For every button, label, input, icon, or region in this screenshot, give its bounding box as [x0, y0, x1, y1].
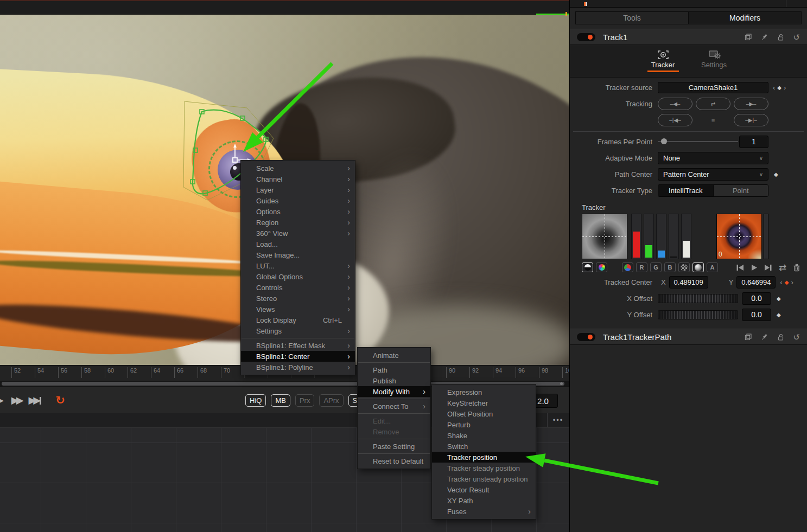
menu-item[interactable]: Lock Display Ctrl+L › [241, 315, 355, 325]
menu-item[interactable]: Channel › [241, 174, 355, 184]
mb-button[interactable]: MB [271, 394, 290, 407]
menu-item[interactable]: Load... › [241, 239, 355, 249]
menu-item[interactable]: Scale › [241, 163, 355, 174]
frames-per-point-slider[interactable] [658, 136, 738, 148]
menu-item[interactable]: LUT... › [241, 260, 355, 271]
next-keyframe-icon[interactable]: › [791, 278, 793, 286]
luminance-channel-button[interactable] [582, 262, 593, 272]
menu-item[interactable]: Switch › [432, 441, 536, 452]
trash-icon[interactable] [793, 264, 800, 272]
x-offset-value[interactable]: 0.0 [742, 292, 771, 305]
menu-item[interactable]: Save Image... › [241, 249, 355, 260]
play-icon[interactable]: ▶ [0, 394, 4, 406]
menu-item[interactable]: Expression › [432, 387, 536, 398]
menu-item[interactable]: Perturb › [432, 419, 536, 430]
skip-to-start-icon[interactable] [736, 264, 744, 271]
keyframe-diamond-icon[interactable]: ◆ [785, 279, 789, 285]
menu-item[interactable]: Publish › [358, 375, 430, 386]
menu-item[interactable]: Tracker unsteady position › [432, 473, 536, 484]
trackerpath-header[interactable]: Track1TrackerPath ↺ [570, 329, 807, 345]
sphere-channel-button[interactable] [692, 262, 704, 272]
tab-tools[interactable]: Tools [576, 12, 689, 24]
tracked-center-x-input[interactable]: 0.489109 [669, 276, 708, 289]
menu-item[interactable]: Paste Setting › [358, 441, 430, 452]
menu-item[interactable]: Settings › [241, 325, 355, 336]
x-offset-ratchet-slider[interactable] [658, 294, 738, 303]
menu-item[interactable]: Edit... › [358, 415, 430, 426]
pattern-thumbnail[interactable] [582, 214, 627, 259]
tab-tracker[interactable]: Tracker [644, 49, 683, 77]
menu-item[interactable]: BSpline1: Center › [241, 351, 355, 362]
track-forward-button[interactable]: –▶– [734, 98, 768, 110]
menu-item[interactable]: XY Path › [432, 495, 536, 506]
track-forward-from-start-button[interactable]: –▶|– [734, 114, 768, 126]
keyframe-diamond-icon[interactable]: ◆ [777, 312, 781, 318]
menu-item[interactable]: Reset to Default › [358, 456, 430, 466]
overflow-menu-button[interactable]: ••• [547, 413, 569, 427]
alpha-pattern-button[interactable] [678, 262, 690, 272]
track1-header[interactable]: Track1 ↺ [570, 29, 807, 45]
menu-item[interactable]: Layer › [241, 184, 355, 195]
path-center-dropdown[interactable]: Pattern Center ∨ [658, 168, 768, 181]
fast-forward-icon[interactable]: ▶▶ [11, 394, 21, 406]
prx-button[interactable]: Prx [295, 394, 315, 407]
lock-icon[interactable] [777, 33, 785, 41]
menu-item[interactable]: Stereo › [241, 293, 355, 304]
pin-icon[interactable] [760, 333, 768, 341]
center-crosshair-handle[interactable] [233, 144, 251, 162]
menu-item[interactable]: Path › [358, 364, 430, 375]
y-offset-value[interactable]: 0.0 [742, 309, 771, 321]
menu-item[interactable]: BSpline1: Polyline › [241, 362, 355, 373]
history-icon[interactable]: ↺ [793, 333, 800, 341]
tab-modifiers[interactable]: Modifiers [689, 12, 801, 24]
tracker-type-intellitrack[interactable]: IntelliTrack [658, 185, 713, 196]
menu-item[interactable]: Tracker steady position › [432, 463, 536, 473]
menu-item[interactable]: BSpline1: Effect Mask › [241, 340, 355, 351]
adaptive-mode-dropdown[interactable]: None ∨ [658, 152, 768, 164]
menu-item[interactable]: Remove › [358, 426, 430, 437]
alpha-channel-button[interactable]: A [707, 262, 718, 272]
keyframe-diamond-icon[interactable]: ◆ [777, 296, 781, 302]
menu-item[interactable]: Options › [241, 206, 355, 217]
copy-icon[interactable] [744, 33, 752, 41]
track-reverse-from-end-button[interactable]: –|◀– [658, 114, 692, 126]
menu-item[interactable]: KeyStretcher › [432, 398, 536, 408]
menu-item[interactable]: Global Options › [241, 271, 355, 282]
y-offset-ratchet-slider[interactable] [658, 310, 738, 319]
menu-item[interactable]: Guides › [241, 195, 355, 206]
track-bidirectional-button[interactable]: ⇄ [696, 98, 730, 110]
loop-playback-icon[interactable]: ↻ [55, 394, 65, 407]
copy-icon[interactable] [744, 333, 752, 341]
next-keyframe-icon[interactable]: › [784, 84, 786, 92]
menu-item[interactable]: Modify With › [358, 386, 430, 397]
green-channel-button[interactable]: G [650, 262, 662, 272]
playhead-marker[interactable] [565, 12, 567, 16]
track-reverse-button[interactable]: –◀– [658, 98, 692, 110]
tracker-type-point[interactable]: Point [713, 185, 768, 196]
menu-item[interactable]: Animate › [358, 350, 430, 361]
loop-swap-icon[interactable]: ⇄ [779, 263, 786, 272]
aprx-button[interactable]: APrx [319, 394, 343, 407]
red-channel-button[interactable]: R [636, 262, 647, 272]
tracker-source-input[interactable]: CameraShake1 [658, 82, 768, 93]
menu-item[interactable]: Offset Position › [432, 408, 536, 419]
prev-keyframe-icon[interactable]: ‹ [773, 84, 775, 92]
menu-item[interactable]: 360° View › [241, 228, 355, 239]
lock-icon[interactable] [777, 333, 785, 341]
menu-item[interactable]: Views › [241, 304, 355, 315]
prev-keyframe-icon[interactable]: ‹ [780, 278, 782, 286]
blue-channel-button[interactable]: B [664, 262, 676, 272]
menu-item[interactable]: Shake › [432, 430, 536, 441]
menu-item[interactable]: Connect To › [358, 401, 430, 412]
tracked-center-y-input[interactable]: 0.646994 [736, 276, 776, 289]
keyframe-diamond-icon[interactable]: ◆ [774, 171, 778, 177]
hiq-button[interactable]: HiQ [245, 394, 266, 407]
color-channel-button[interactable] [596, 262, 607, 272]
menu-item[interactable]: Tracker position › [432, 452, 536, 463]
menu-item[interactable]: Controls › [241, 282, 355, 293]
stop-tracking-button[interactable]: ■ [696, 114, 730, 126]
search-thumbnail[interactable]: 0 [716, 214, 762, 259]
play-frame-icon[interactable] [751, 264, 758, 271]
scrollbar-knob[interactable] [560, 382, 563, 385]
menu-item[interactable]: Fuses › [432, 506, 536, 517]
